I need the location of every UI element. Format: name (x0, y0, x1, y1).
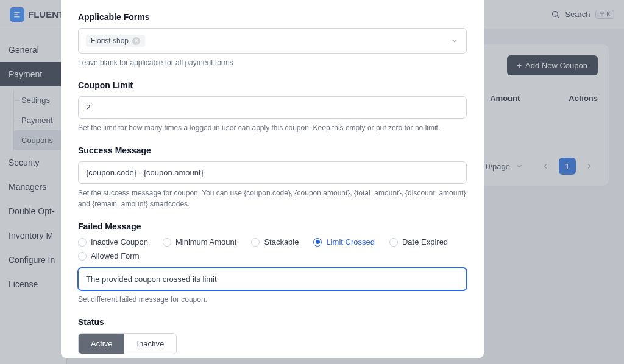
radio-minimum-amount[interactable]: Minimum Amount (163, 237, 236, 247)
coupon-edit-modal: Applicable Forms Florist shop ✕ Leave bl… (61, 0, 484, 358)
applicable-forms-hint: Leave blank for applicable for all payme… (78, 57, 467, 68)
radio-dot-icon (78, 238, 87, 247)
radio-dot-icon (78, 252, 87, 261)
radio-dot-icon (389, 238, 398, 247)
applicable-forms-select[interactable]: Florist shop ✕ (78, 28, 467, 54)
chevron-down-icon (450, 37, 459, 45)
radio-date-expired[interactable]: Date Expired (389, 237, 448, 247)
applicable-forms-label: Applicable Forms (78, 12, 467, 22)
form-tag-florist: Florist shop ✕ (86, 35, 145, 47)
form-tag-label: Florist shop (91, 37, 129, 45)
success-message-input[interactable] (78, 161, 467, 184)
failed-message-label: Failed Message (78, 222, 467, 231)
status-active-button[interactable]: Active (79, 334, 124, 354)
coupon-limit-hint: Set the limit for how many times a logge… (78, 122, 467, 133)
failed-message-hint: Set different failed message for coupon. (78, 294, 467, 305)
radio-stackable[interactable]: Stackable (251, 237, 299, 247)
radio-dot-icon (251, 238, 260, 247)
radio-dot-icon (163, 238, 171, 247)
radio-allowed-form[interactable]: Allowed Form (78, 251, 139, 261)
coupon-limit-label: Coupon Limit (78, 80, 467, 90)
radio-limit-crossed[interactable]: Limit Crossed (313, 237, 374, 247)
radio-dot-icon (313, 238, 322, 247)
failed-message-radios: Inactive Coupon Minimum Amount Stackable… (78, 237, 467, 261)
tag-remove-icon[interactable]: ✕ (132, 37, 140, 45)
status-toggle: Active Inactive (78, 333, 177, 354)
success-message-hint: Set the success message for coupon. You … (78, 187, 467, 209)
coupon-limit-input[interactable] (78, 96, 467, 119)
radio-inactive-coupon[interactable]: Inactive Coupon (78, 237, 148, 247)
status-label: Status (78, 317, 467, 327)
status-inactive-button[interactable]: Inactive (124, 334, 176, 354)
success-message-label: Success Message (78, 145, 467, 155)
failed-message-input[interactable] (78, 268, 467, 290)
